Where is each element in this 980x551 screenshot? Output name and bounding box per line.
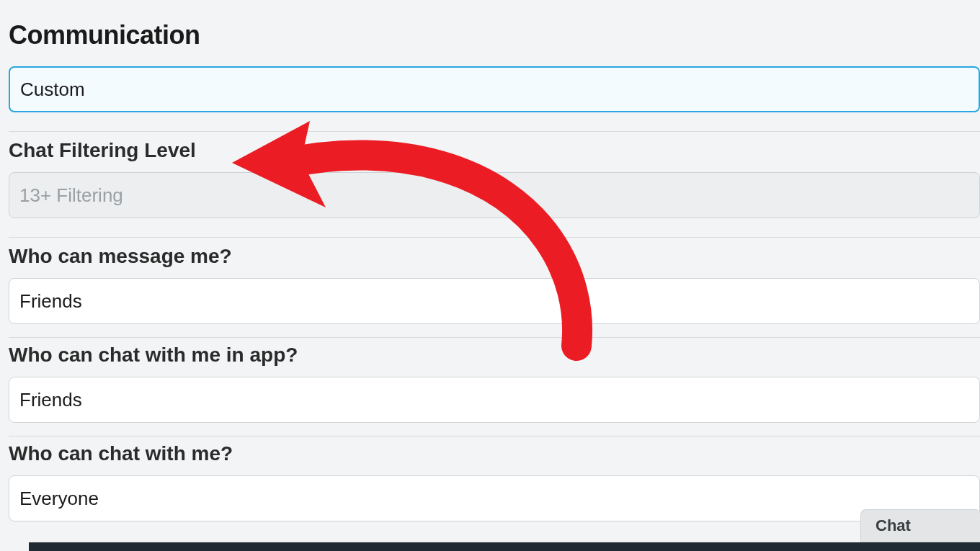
chat-filtering-select[interactable]: 13+ Filtering — [9, 172, 980, 218]
chat-filtering-value: 13+ Filtering — [19, 184, 123, 207]
bottom-bar — [29, 542, 980, 551]
divider — [9, 237, 980, 238]
who-can-chat-in-app-value: Friends — [19, 389, 82, 411]
who-can-message-select[interactable]: Friends — [9, 278, 980, 324]
who-can-chat-value: Everyone — [19, 488, 99, 510]
who-can-chat-select[interactable]: Everyone — [9, 475, 980, 521]
who-can-message-group: Who can message me? Friends — [9, 237, 980, 324]
divider — [9, 436, 980, 436]
communication-preset-select[interactable]: Custom — [9, 66, 980, 112]
chat-tab[interactable]: Chat — [860, 509, 980, 542]
chat-filtering-group: Chat Filtering Level 13+ Filtering — [9, 131, 980, 218]
who-can-message-label: Who can message me? — [9, 245, 980, 268]
who-can-chat-label: Who can chat with me? — [9, 442, 980, 465]
divider — [9, 337, 980, 338]
communication-settings-panel: Communication Custom Chat Filtering Leve… — [0, 0, 980, 521]
chat-tab-label: Chat — [876, 516, 911, 535]
who-can-chat-in-app-group: Who can chat with me in app? Friends — [9, 337, 980, 423]
chat-filtering-label: Chat Filtering Level — [9, 139, 980, 162]
section-title-communication: Communication — [9, 20, 980, 50]
who-can-chat-in-app-select[interactable]: Friends — [9, 377, 980, 423]
communication-preset-value: Custom — [20, 79, 85, 101]
who-can-message-value: Friends — [19, 290, 82, 313]
who-can-chat-group: Who can chat with me? Everyone — [9, 436, 980, 521]
divider — [9, 131, 980, 132]
who-can-chat-in-app-label: Who can chat with me in app? — [9, 344, 980, 367]
